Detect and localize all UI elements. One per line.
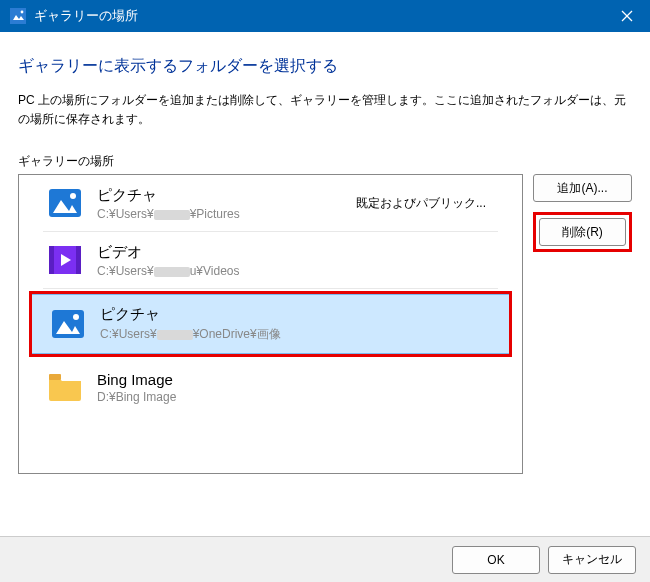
- pictures-icon: [47, 185, 83, 221]
- folder-path: C:¥Users¥¥Pictures: [97, 207, 342, 221]
- dialog-content: ギャラリーに表示するフォルダーを選択する PC 上の場所にフォルダーを追加または…: [0, 32, 650, 474]
- folder-name: ピクチャ: [100, 305, 497, 324]
- folder-path: D:¥Bing Image: [97, 390, 486, 404]
- dialog-description: PC 上の場所にフォルダーを追加または削除して、ギャラリーを管理します。ここに追…: [18, 91, 632, 129]
- svg-rect-9: [49, 246, 54, 274]
- folder-listbox[interactable]: ピクチャ C:¥Users¥¥Pictures 既定およびパブリック... ビデ…: [18, 174, 523, 474]
- list-item[interactable]: Bing Image D:¥Bing Image: [43, 359, 498, 415]
- folder-path: C:¥Users¥u¥Videos: [97, 264, 486, 278]
- dialog-heading: ギャラリーに表示するフォルダーを選択する: [18, 56, 632, 77]
- folder-icon: [47, 369, 83, 405]
- redacted-text: [157, 330, 193, 340]
- svg-rect-0: [10, 8, 26, 24]
- svg-point-14: [73, 314, 79, 320]
- redacted-text: [154, 267, 190, 277]
- redacted-text: [154, 210, 190, 220]
- titlebar: ギャラリーの場所: [0, 0, 650, 32]
- app-icon: [10, 8, 26, 24]
- list-item-selected[interactable]: ピクチャ C:¥Users¥¥OneDrive¥画像: [29, 291, 512, 357]
- svg-point-2: [21, 11, 24, 14]
- list-label: ギャラリーの場所: [18, 153, 632, 170]
- remove-button[interactable]: 削除(R): [539, 218, 626, 246]
- svg-rect-15: [49, 374, 61, 380]
- folder-name: ビデオ: [97, 243, 486, 262]
- folder-note: 既定およびパブリック...: [356, 195, 486, 212]
- dialog-footer: OK キャンセル: [0, 536, 650, 582]
- titlebar-title: ギャラリーの場所: [34, 7, 604, 25]
- video-icon: [47, 242, 83, 278]
- side-buttons: 追加(A)... 削除(R): [533, 174, 632, 474]
- folder-name: ピクチャ: [97, 186, 342, 205]
- ok-button[interactable]: OK: [452, 546, 540, 574]
- add-button[interactable]: 追加(A)...: [533, 174, 632, 202]
- svg-rect-10: [76, 246, 81, 274]
- remove-button-highlight: 削除(R): [533, 212, 632, 252]
- close-button[interactable]: [604, 0, 650, 32]
- folder-path: C:¥Users¥¥OneDrive¥画像: [100, 326, 497, 343]
- svg-point-7: [70, 193, 76, 199]
- cancel-button[interactable]: キャンセル: [548, 546, 636, 574]
- list-item[interactable]: ビデオ C:¥Users¥u¥Videos: [43, 232, 498, 289]
- pictures-icon: [50, 306, 86, 342]
- list-item[interactable]: ピクチャ C:¥Users¥¥Pictures 既定およびパブリック...: [43, 175, 498, 232]
- folder-name: Bing Image: [97, 371, 486, 388]
